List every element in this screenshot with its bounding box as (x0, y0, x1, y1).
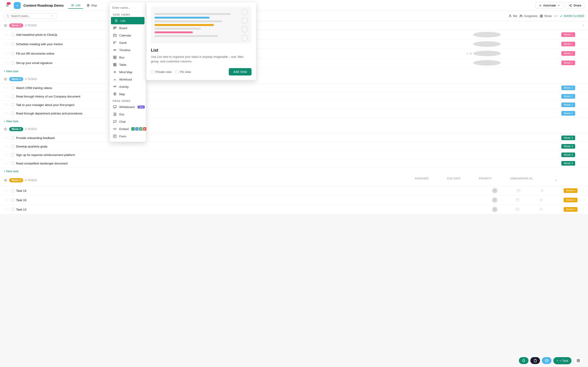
add-task-week1[interactable]: + New task (0, 68, 588, 75)
menu-item-chat[interactable]: Chat (110, 118, 146, 125)
view-name-input[interactable] (112, 6, 143, 9)
week1-add-icon[interactable]: + (583, 24, 584, 27)
assignees-filter[interactable]: Assignees (519, 14, 537, 18)
drag-handle[interactable]: ⋮⋮ (4, 162, 9, 165)
pin-view-checkbox[interactable] (175, 70, 179, 73)
menu-item-doc[interactable]: Doc (110, 110, 146, 118)
task-row: ⋮⋮ Develop quarterly goals Week 3 (0, 142, 588, 151)
svg-rect-93 (545, 359, 548, 362)
menu-item-workload[interactable]: Workload (110, 76, 146, 83)
menu-item-table[interactable]: Table (110, 61, 146, 68)
more-options-button[interactable] (554, 15, 557, 18)
add-task-week2[interactable]: + New task (0, 118, 588, 125)
task-checkbox[interactable] (11, 198, 14, 202)
drag-handle[interactable]: ⋮⋮ (4, 52, 9, 55)
svg-point-25 (556, 16, 557, 16)
menu-item-list[interactable]: List (111, 17, 145, 24)
tab-map[interactable]: Map (84, 2, 100, 9)
show-closed-label: SHOW CLOSED (564, 15, 584, 18)
gantt-icon (113, 41, 117, 45)
task-checkbox[interactable] (11, 136, 14, 140)
add-column-button[interactable]: + (553, 177, 559, 184)
onboarding-tag: Week 3 (561, 152, 575, 157)
task-checkbox[interactable] (11, 61, 14, 65)
drag-handle[interactable]: ⋮⋮ (4, 86, 9, 90)
pin-view-row[interactable]: Pin view (175, 70, 191, 74)
add-task-week3[interactable]: + New task (0, 168, 588, 175)
task-checkbox[interactable] (11, 112, 14, 115)
task-name: Provide onboarding feedback (16, 136, 560, 140)
show-button[interactable]: Show (540, 14, 552, 18)
menu-item-timeline[interactable]: Timeline (110, 46, 146, 54)
search-box[interactable] (4, 13, 57, 19)
show-closed-button[interactable]: SHOW CLOSED (560, 15, 584, 18)
private-view-checkbox[interactable] (151, 70, 154, 73)
drag-handle[interactable]: ⋮⋮ (4, 42, 9, 46)
drag-handle[interactable]: ⋮⋮ (4, 61, 9, 65)
view-dropdown-panel: TASK VIEWS List Board Calendar (109, 2, 146, 142)
drag-handle[interactable]: ⋮⋮ (4, 189, 9, 192)
drag-handle[interactable]: ⋮⋮ (4, 208, 9, 211)
tab-list[interactable]: List (68, 2, 83, 9)
task-checkbox[interactable] (11, 162, 14, 165)
task-onboarding: Week 2 (561, 94, 584, 99)
drag-handle[interactable]: ⋮⋮ (4, 198, 9, 202)
drag-handle[interactable]: ⋮⋮ (4, 103, 9, 106)
week3-header[interactable]: Week 3 4 TASKS (0, 125, 588, 134)
task-row: ⋮⋮ Schedule meeting with your mentor Wee… (0, 40, 588, 49)
timer-button[interactable] (519, 357, 528, 364)
drag-handle[interactable]: ⋮⋮ (4, 33, 9, 36)
menu-item-box[interactable]: Box (110, 54, 146, 61)
share-button[interactable]: Share (566, 2, 584, 9)
task-checkbox[interactable] (11, 153, 14, 156)
me-filter[interactable]: Me (509, 14, 517, 18)
docs-button[interactable] (530, 357, 540, 364)
task-checkbox[interactable] (11, 33, 14, 36)
menu-item-embed[interactable]: Embed S S M ▶ (110, 125, 146, 133)
drag-handle[interactable]: ⋮⋮ (4, 136, 9, 140)
drag-handle[interactable]: ⋮⋮ (4, 153, 9, 156)
menu-item-gantt-label: Gantt (119, 41, 127, 44)
task-assignee (473, 51, 501, 56)
grid-view-button[interactable] (573, 357, 583, 364)
task-checkbox[interactable] (11, 42, 14, 46)
search-input[interactable] (11, 14, 49, 18)
menu-item-mindmap[interactable]: Mind Map (110, 68, 146, 76)
whiteboard-icon (113, 105, 117, 109)
menu-item-board[interactable]: Board (110, 24, 146, 32)
calendar-button[interactable] (542, 357, 552, 364)
menu-item-gantt[interactable]: Gantt (110, 39, 146, 46)
menu-item-form[interactable]: Form (110, 133, 146, 140)
drag-handle[interactable]: ⋮⋮ (4, 145, 9, 148)
new-task-button[interactable]: + + Task (553, 357, 571, 364)
task-onboarding: Week 1 (561, 42, 584, 46)
menu-item-map[interactable]: Map (110, 90, 146, 98)
task-checkbox[interactable] (11, 103, 14, 106)
week1-header[interactable]: Week 1 4 TASKS + (0, 21, 588, 30)
task-checkbox[interactable] (11, 189, 14, 192)
svg-point-10 (569, 5, 570, 6)
task-checkbox[interactable] (11, 208, 14, 211)
task-checkbox[interactable] (11, 52, 14, 55)
task-checkbox[interactable] (11, 86, 14, 90)
task-row: ⋮⋮ Add headshot photo to ClickUp Week 1 (0, 30, 588, 40)
hamburger-button[interactable]: 15 (4, 2, 11, 9)
week4-header[interactable]: Week 4 4 TASKS ASSIGNEE DUE DATE PRIORIT… (0, 175, 588, 186)
task-checkbox[interactable] (11, 145, 14, 148)
private-view-row[interactable]: Private view (151, 70, 172, 74)
task-checkbox[interactable] (11, 95, 14, 98)
menu-item-calendar[interactable]: Calendar (110, 32, 146, 39)
task-due-date-icon (516, 188, 521, 193)
add-view-button[interactable]: Add View (229, 68, 251, 75)
svg-rect-66 (115, 56, 116, 57)
menu-item-activity[interactable]: Activity (110, 83, 146, 90)
drag-handle[interactable]: ⋮⋮ (4, 112, 9, 115)
week2-header[interactable]: Week 2 4 TASKS (0, 75, 588, 84)
automate-button[interactable]: Automate (536, 2, 564, 9)
menu-item-timeline-label: Timeline (119, 48, 130, 52)
menu-item-whiteboard[interactable]: Whiteboard New (110, 103, 146, 110)
svg-point-3 (15, 4, 19, 7)
svg-rect-86 (113, 135, 116, 138)
svg-rect-51 (115, 27, 116, 28)
drag-handle[interactable]: ⋮⋮ (4, 95, 9, 98)
